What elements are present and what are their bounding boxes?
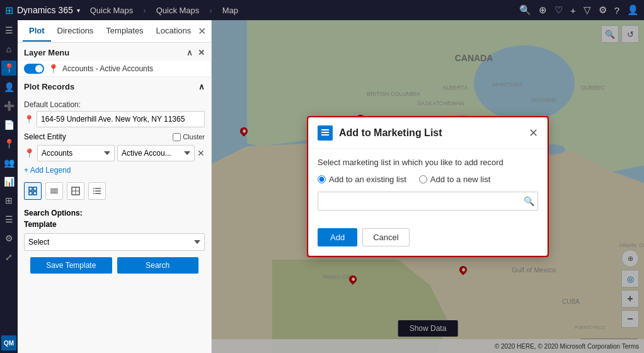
rail-qm-badge: QM (1, 335, 16, 350)
filter-icon[interactable]: ▽ (584, 4, 591, 16)
svg-point-14 (93, 190, 95, 192)
layer-label: Accounts - Active Accounts (62, 64, 153, 73)
nav-quick-maps-1[interactable]: Quick Maps (90, 6, 134, 15)
svg-rect-36 (321, 132, 329, 133)
svg-rect-37 (321, 134, 329, 136)
save-template-button[interactable]: Save Template (30, 257, 112, 274)
plot-section: Default Location: 📍 Select Entity Cluste… (18, 95, 211, 285)
add-legend-link[interactable]: + Add Legend (24, 166, 71, 175)
layer-pin-icon: 📍 (48, 64, 59, 74)
svg-rect-0 (29, 187, 32, 190)
layer-row: 📍 Accounts - Active Accounts (18, 61, 211, 77)
heart-icon[interactable]: ♡ (555, 4, 563, 16)
radio-new-list[interactable]: Add to a new list (419, 175, 490, 184)
cluster-check: Cluster (173, 133, 205, 141)
template-label: Template (24, 220, 205, 229)
rail-chart-icon[interactable]: 📊 (1, 174, 16, 189)
search-button[interactable]: Search (117, 257, 199, 274)
rail-menu-icon[interactable]: ☰ (1, 23, 16, 38)
search-icon[interactable]: 🔍 (519, 4, 531, 16)
nav-separator-2: › (209, 6, 212, 15)
action-icons (24, 180, 205, 202)
select-entity-label: Select Entity (24, 132, 170, 141)
tab-templates[interactable]: Templates (100, 21, 149, 42)
top-nav-icons: 🔍 ⊕ ♡ + ▽ ⚙ ? 👤 (519, 4, 639, 16)
add-to-marketing-list-dialog: Add to Marketing List ✕ Select marketing… (308, 117, 548, 256)
rail-list-icon[interactable]: ☰ (1, 212, 16, 227)
template-section: Template (24, 220, 205, 233)
radio-group: Add to an existing list Add to a new lis… (318, 175, 538, 184)
lines-view-btn[interactable] (45, 182, 63, 200)
radio-existing-label: Add to an existing list (329, 175, 406, 184)
entity-clear-icon[interactable]: ✕ (197, 148, 205, 158)
search-box-icon[interactable]: 🔍 (520, 192, 538, 210)
dialog-overlay[interactable]: Add to Marketing List ✕ Select marketing… (212, 20, 644, 353)
rail-people-icon[interactable]: 👥 (1, 155, 16, 170)
user-icon[interactable]: 👤 (627, 4, 639, 16)
layer-menu-collapse-icon[interactable]: ∧ (187, 48, 193, 57)
radio-existing-input[interactable] (318, 175, 326, 183)
waffle-icon[interactable]: ⊞ (5, 4, 13, 16)
grid-view-btn[interactable] (67, 182, 84, 200)
gear-icon[interactable]: ⚙ (599, 4, 607, 16)
list-view-btn[interactable] (88, 182, 106, 200)
tab-directions[interactable]: Directions (51, 21, 100, 42)
badge-icon[interactable]: ⊕ (539, 4, 547, 16)
tabs-bar: Plot Directions Templates Locations ✕ (18, 20, 211, 43)
search-options-label: Search Options: (24, 209, 205, 217)
entity-select[interactable]: Accounts (37, 145, 115, 161)
icon-rail: ☰ ⌂ 📍 👤 ➕ 📄 📍 👥 📊 ⊞ ☰ ⚙ ⤢ QM (0, 20, 18, 353)
svg-rect-3 (33, 192, 37, 195)
entity-pin-icon: 📍 (24, 148, 35, 158)
rail-expand-icon[interactable]: ⤢ (1, 250, 16, 265)
radio-new-input[interactable] (419, 175, 427, 183)
select-dropdown[interactable]: Select (24, 233, 205, 251)
nav-map[interactable]: Map (222, 6, 238, 15)
rail-grid-icon[interactable]: ⊞ (1, 193, 16, 208)
left-panel: Plot Directions Templates Locations ✕ La… (18, 20, 212, 353)
app-brand[interactable]: ⊞ Dynamics 365 ▾ (5, 4, 80, 16)
help-icon[interactable]: ? (614, 5, 619, 16)
cluster-checkbox[interactable] (173, 133, 181, 141)
nav-quick-maps-2[interactable]: Quick Maps (156, 6, 200, 15)
rail-person-icon[interactable]: 👤 (1, 79, 16, 95)
marketing-list-search-box: 🔍 (318, 192, 538, 211)
svg-point-15 (93, 193, 95, 194)
rail-home-icon[interactable]: ⌂ (1, 42, 16, 57)
entity-filter-select[interactable]: Active Accou... (117, 145, 195, 161)
plot-records-title: Plot Records (24, 82, 74, 91)
cluster-label: Cluster (183, 133, 205, 141)
marketing-list-search-input[interactable] (318, 192, 520, 210)
tab-locations[interactable]: Locations (150, 21, 198, 42)
dialog-close-icon[interactable]: ✕ (529, 127, 538, 139)
bottom-buttons: Save Template Search (24, 257, 205, 280)
default-location-input[interactable] (37, 111, 205, 127)
tab-plot[interactable]: Plot (23, 21, 51, 42)
plot-records-collapse-icon[interactable]: ∧ (198, 82, 205, 91)
rail-location-icon[interactable]: 📍 (1, 136, 16, 151)
top-navbar: ⊞ Dynamics 365 ▾ Quick Maps › Quick Maps… (0, 0, 644, 20)
radio-existing-list[interactable]: Add to an existing list (318, 175, 406, 184)
rail-document-icon[interactable]: 📄 (1, 117, 16, 132)
svg-point-13 (93, 188, 95, 189)
rail-add-person-icon[interactable]: ➕ (1, 98, 16, 113)
add-button[interactable]: Add (318, 228, 357, 246)
plus-icon[interactable]: + (570, 5, 576, 16)
default-location-label: Default Location: (24, 100, 205, 109)
map-area[interactable]: CANADA BRITISH COLUMBIA ALBERTA MANITOBA… (212, 20, 644, 353)
layer-menu-close-icon[interactable]: ✕ (198, 48, 205, 57)
rail-settings-icon[interactable]: ⚙ (1, 231, 16, 246)
dialog-icon (318, 125, 333, 141)
brand-name: Dynamics 365 (17, 5, 73, 15)
select-entity-row: Select Entity Cluster (24, 132, 205, 141)
layer-toggle[interactable] (24, 64, 44, 74)
rail-pin-icon[interactable]: 📍 (1, 61, 16, 76)
nav-links: Quick Maps › Quick Maps › Map (90, 6, 238, 15)
tabs-close-icon[interactable]: ✕ (198, 25, 206, 37)
nav-separator-1: › (143, 6, 146, 15)
cancel-button[interactable]: Cancel (362, 228, 409, 246)
brand-chevron[interactable]: ▾ (77, 7, 80, 14)
dialog-description: Select marketing list in which you like … (318, 158, 538, 167)
table-view-btn[interactable] (24, 182, 42, 200)
dialog-body: Select marketing list in which you like … (309, 149, 547, 228)
